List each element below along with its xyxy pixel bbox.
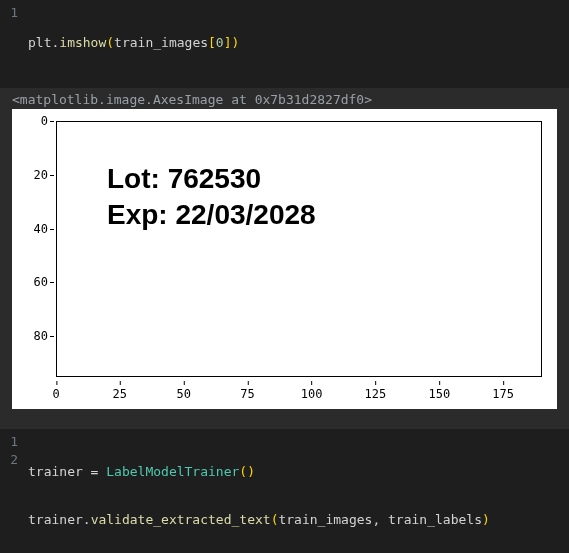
line-number: 1 bbox=[0, 433, 18, 451]
x-tick: 125 bbox=[364, 387, 386, 401]
tok-idx: 0 bbox=[216, 35, 224, 50]
tok-arr: train_images bbox=[114, 35, 208, 50]
tok-obj: plt bbox=[28, 35, 51, 50]
output-repr: <matplotlib.image.AxesImage at 0x7b31d28… bbox=[0, 88, 569, 109]
y-tick: 80 bbox=[34, 329, 48, 343]
gutter-2: 1 2 bbox=[0, 433, 28, 553]
tok-class: LabelModelTrainer bbox=[106, 464, 239, 479]
x-tick: 25 bbox=[112, 387, 126, 401]
x-tick: 0 bbox=[52, 387, 59, 401]
image-content-line1: Lot: 762530 bbox=[107, 162, 261, 196]
code-line[interactable]: trainer.validate_extracted_text(train_im… bbox=[28, 511, 569, 529]
line-number: 1 bbox=[0, 4, 18, 22]
line-number: 2 bbox=[0, 451, 18, 469]
code-line[interactable]: plt.imshow(train_images[0]) bbox=[28, 34, 569, 52]
y-axis-ticks: 0 20 40 60 80 bbox=[12, 121, 52, 377]
x-tick: 175 bbox=[492, 387, 514, 401]
x-tick: 150 bbox=[429, 387, 451, 401]
y-tick: 40 bbox=[34, 222, 48, 236]
x-tick: 100 bbox=[301, 387, 323, 401]
code-cell-1[interactable]: 1 plt.imshow(train_images[0]) bbox=[0, 0, 569, 88]
code-line[interactable]: trainer = LabelModelTrainer() bbox=[28, 463, 569, 481]
y-tick: 20 bbox=[34, 168, 48, 182]
tok-lhs: trainer bbox=[28, 464, 83, 479]
matplotlib-figure: 0 20 40 60 80 Lot: 762530 Exp: 22/03/202… bbox=[12, 109, 557, 409]
y-tick: 60 bbox=[34, 275, 48, 289]
tok-arg1: train_images bbox=[278, 512, 372, 527]
tok-method: validate_extracted_text bbox=[91, 512, 271, 527]
code-lines-2[interactable]: trainer = LabelModelTrainer() trainer.va… bbox=[28, 433, 569, 553]
tok-arg2: train_labels bbox=[388, 512, 482, 527]
tok-obj: trainer bbox=[28, 512, 83, 527]
code-lines-1[interactable]: plt.imshow(train_images[0]) bbox=[28, 4, 569, 82]
gutter-1: 1 bbox=[0, 4, 28, 82]
code-area-1[interactable]: 1 plt.imshow(train_images[0]) bbox=[0, 0, 569, 88]
tok-method: imshow bbox=[59, 35, 106, 50]
y-tick: 0 bbox=[41, 114, 48, 128]
code-area-2[interactable]: 1 2 trainer = LabelModelTrainer() traine… bbox=[0, 429, 569, 553]
x-tick: 75 bbox=[240, 387, 254, 401]
image-content-line2: Exp: 22/03/2028 bbox=[107, 198, 316, 232]
x-tick: 50 bbox=[177, 387, 191, 401]
x-axis-ticks: 0 25 50 75 100 125 150 175 bbox=[56, 383, 542, 403]
code-cell-2[interactable]: 1 2 trainer = LabelModelTrainer() traine… bbox=[0, 429, 569, 553]
plot-axes: Lot: 762530 Exp: 22/03/2028 bbox=[56, 121, 542, 377]
